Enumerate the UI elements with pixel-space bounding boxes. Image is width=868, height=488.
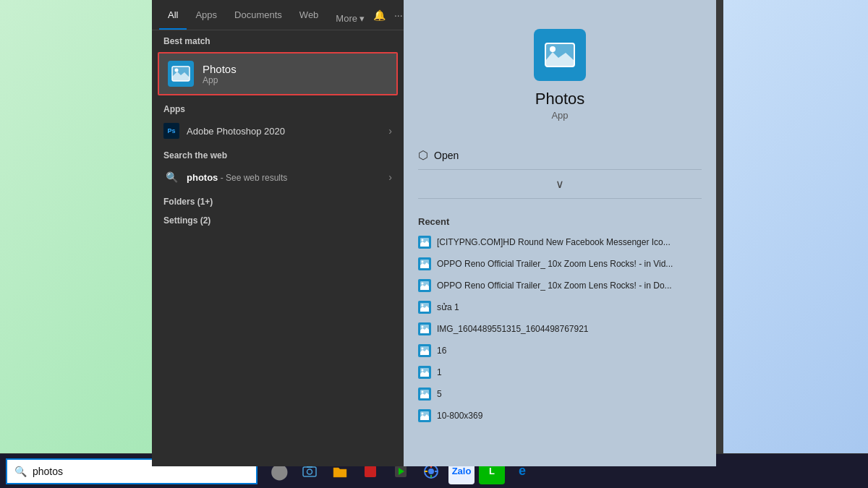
expand-button[interactable]: ∨ (418, 173, 702, 195)
search-icon: 🔍 (163, 169, 179, 185)
search-window: All Apps Documents Web More ▾ 🔔 ··· Best… (152, 0, 716, 466)
open-button[interactable]: ⬡ Open (418, 144, 702, 166)
recent-item[interactable]: IMG_1604489551315_1604498767921 (418, 318, 702, 340)
recent-item-text: [CITYPNG.COM]HD Round New Facebook Messe… (437, 237, 671, 247)
recent-item-icon (418, 366, 431, 379)
tab-documents[interactable]: Documents (226, 0, 291, 30)
svg-point-42 (428, 468, 434, 474)
best-match-app-name: Photos (203, 63, 237, 75)
svg-point-16 (422, 283, 424, 285)
svg-rect-35 (303, 467, 316, 476)
recent-item-text: 10-800x369 (437, 411, 482, 421)
settings-section-label: Settings (2) (152, 210, 404, 228)
tabs-actions: 🔔 ··· (373, 9, 403, 21)
best-match-item[interactable]: Photos App (158, 52, 398, 95)
app-detail-icon (534, 29, 586, 81)
recent-item-icon (418, 301, 431, 314)
svg-point-3 (175, 69, 179, 72)
svg-rect-38 (365, 466, 376, 477)
app-detail-top: Photos App (404, 0, 716, 135)
chevron-down-icon: ▾ (359, 13, 365, 24)
recent-items-list: [CITYPNG.COM]HD Round New Facebook Messe… (418, 231, 702, 427)
adobe-photoshop-item[interactable]: Ps Adobe Photoshop 2020 › (152, 117, 404, 145)
recent-item[interactable]: 10-800x369 (418, 405, 702, 427)
svg-point-10 (422, 239, 424, 241)
best-match-text: Photos App (203, 63, 237, 85)
recent-label: Recent (418, 210, 702, 231)
recent-item[interactable]: sửa 1 (418, 296, 702, 318)
taskbar-search-text: photos (33, 466, 63, 477)
svg-point-25 (422, 348, 424, 350)
recent-item-icon (418, 279, 431, 292)
recent-item-text: 16 (437, 346, 446, 356)
web-section-label: Search the web (152, 145, 404, 163)
recent-item[interactable]: 1 (418, 361, 702, 383)
app-detail-actions: ⬡ Open ∨ (404, 135, 716, 210)
recent-item-icon (418, 322, 431, 335)
desktop-bg-left (0, 0, 152, 453)
recent-item-text: OPPO Reno Official Trailer_ 10x Zoom Len… (437, 259, 673, 269)
best-match-app-type: App (203, 75, 237, 85)
tab-more-label: More (336, 13, 357, 24)
recent-item-icon (418, 344, 431, 357)
recent-item[interactable]: 5 (418, 383, 702, 405)
taskbar-search-icon: 🔍 (14, 466, 27, 477)
open-icon: ⬡ (418, 148, 428, 162)
svg-point-22 (422, 326, 424, 328)
svg-point-28 (422, 369, 424, 372)
recent-item[interactable]: OPPO Reno Official Trailer_ 10x Zoom Len… (418, 275, 702, 296)
svg-point-34 (422, 413, 424, 415)
recent-item-text: 5 (437, 389, 442, 399)
more-options-icon[interactable]: ··· (394, 9, 403, 21)
divider2 (418, 198, 702, 199)
tabs-list: All Apps Documents Web More ▾ (159, 0, 373, 30)
folders-section-label: Folders (1+) (152, 191, 404, 210)
svg-point-31 (422, 391, 424, 393)
web-search-item[interactable]: 🔍 photos - See web results › (152, 163, 404, 191)
adobe-photoshop-label: Adobe Photoshop 2020 (187, 126, 285, 137)
recent-item-text: IMG_1604489551315_1604498767921 (437, 324, 589, 334)
arrow-icon-web: › (388, 171, 392, 183)
tab-apps[interactable]: Apps (187, 0, 226, 30)
recent-item[interactable]: 16 (418, 340, 702, 361)
svg-point-13 (422, 261, 424, 263)
recent-item[interactable]: [CITYPNG.COM]HD Round New Facebook Messe… (418, 231, 702, 253)
person-icon[interactable]: 🔔 (373, 9, 386, 21)
recent-section: Recent [CITYPNG.COM]HD Round New Faceboo… (404, 210, 716, 466)
search-left-panel: All Apps Documents Web More ▾ 🔔 ··· Best… (152, 0, 404, 466)
recent-item-icon (418, 388, 431, 401)
recent-item-icon (418, 257, 431, 270)
apps-section-label: Apps (152, 98, 404, 117)
web-search-text: photos - See web results (187, 172, 287, 183)
recent-item-text: 1 (437, 367, 442, 377)
app-detail-name: Photos (535, 90, 585, 108)
recent-item-icon (418, 409, 431, 422)
best-match-label: Best match (152, 30, 404, 49)
app-detail-type: App (551, 110, 568, 121)
divider (418, 169, 702, 170)
tab-all[interactable]: All (159, 0, 187, 30)
tab-web[interactable]: Web (291, 0, 328, 30)
web-search-query: photos (187, 172, 218, 183)
ps-icon: Ps (163, 123, 179, 139)
tabs-bar: All Apps Documents Web More ▾ 🔔 ··· (152, 0, 404, 30)
chevron-down-icon: ∨ (556, 177, 564, 191)
web-search-suffix: - See web results (218, 173, 287, 183)
photos-app-icon (168, 61, 194, 87)
recent-item-text: OPPO Reno Official Trailer_ 10x Zoom Len… (437, 281, 672, 291)
search-right-panel: Photos App ⬡ Open ∨ Recent (404, 0, 716, 466)
open-label: Open (434, 150, 459, 161)
svg-point-7 (550, 46, 556, 52)
recent-item-text: sửa 1 (437, 302, 459, 312)
recent-item[interactable]: OPPO Reno Official Trailer_ 10x Zoom Len… (418, 253, 702, 275)
arrow-icon: › (388, 125, 392, 137)
tab-more[interactable]: More ▾ (327, 6, 373, 30)
svg-point-19 (422, 304, 424, 307)
svg-point-36 (307, 469, 312, 474)
desktop-bg-right (723, 0, 868, 453)
recent-item-icon (418, 236, 431, 249)
